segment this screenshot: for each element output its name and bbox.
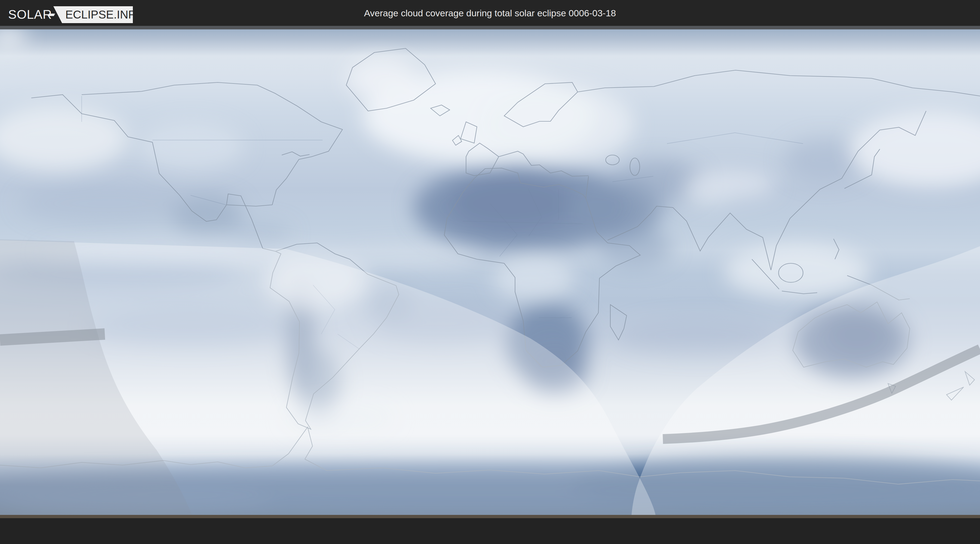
world-cloud-map bbox=[0, 29, 980, 515]
page: SOLAR ECLIPSE.INFO Average cloud coverag… bbox=[0, 0, 980, 544]
world-map-container bbox=[0, 29, 980, 515]
map-bottom-border bbox=[0, 515, 980, 518]
totality-path-band-west bbox=[0, 334, 105, 340]
header-bar: SOLAR ECLIPSE.INFO Average cloud coverag… bbox=[0, 0, 980, 26]
logo-separator-dash bbox=[48, 14, 55, 16]
logo-text-eclipse-info: ECLIPSE.INFO bbox=[65, 6, 144, 23]
map-top-border bbox=[0, 26, 980, 29]
page-title: Average cloud coverage during total sola… bbox=[364, 8, 616, 19]
footer-bar: 0% 25% 50% 75% 100% Data provide bbox=[0, 518, 980, 544]
logo-text-solar: SOLAR bbox=[8, 6, 52, 23]
logo-box: ECLIPSE.INFO bbox=[44, 6, 133, 23]
